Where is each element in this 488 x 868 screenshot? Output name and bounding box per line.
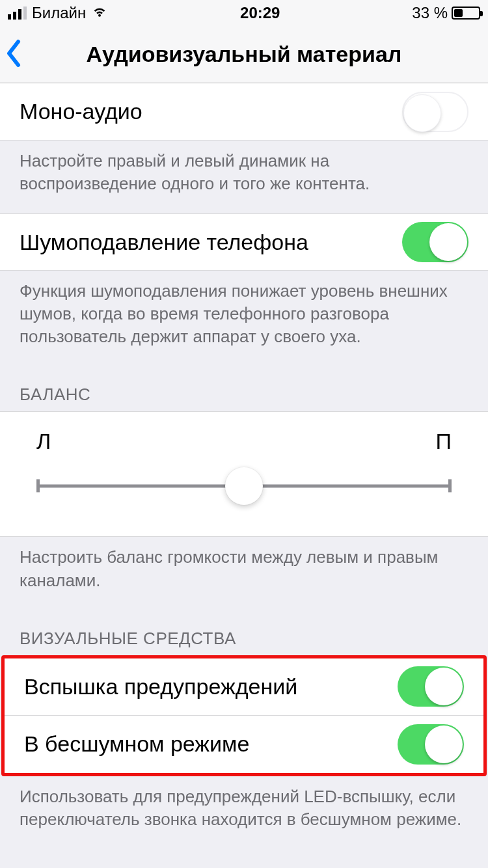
flash-alerts-label: Вспышка предупреждений [24,674,297,699]
balance-right-label: П [436,429,452,454]
back-button[interactable] [5,39,23,70]
noise-cancellation-label: Шумоподавление телефона [20,230,308,255]
nav-bar: Аудиовизуальный материал [0,26,488,83]
balance-slider-thumb[interactable] [225,467,263,505]
noise-cancellation-toggle[interactable] [402,222,468,262]
visual-footer: Использовать для предупреждений LED-вспы… [0,776,488,849]
flash-on-silent-label: В бесшумном режиме [24,731,249,757]
wifi-icon [91,3,108,23]
flash-alerts-row: Вспышка предупреждений [5,658,483,716]
mono-audio-row: Моно-аудио [0,83,488,141]
page-title: Аудиовизуальный материал [0,42,488,67]
carrier-label: Билайн [32,4,86,22]
flash-on-silent-toggle[interactable] [398,724,464,765]
status-time: 20:29 [240,4,280,22]
flash-alerts-toggle[interactable] [398,666,464,707]
balance-slider[interactable] [36,467,452,505]
visual-header: ВИЗУАЛЬНЫЕ СРЕДСТВА [0,610,488,655]
mono-audio-footer: Настройте правый и левый динамик на восп… [0,141,488,213]
flash-on-silent-row: В бесшумном режиме [5,716,483,773]
status-left: Билайн [8,3,108,23]
battery-icon [452,7,480,20]
balance-footer: Настроить баланс громкости между левым и… [0,537,488,610]
status-bar: Билайн 20:29 33 % [0,0,488,26]
battery-percent-label: 33 % [412,4,448,22]
status-right: 33 % [412,4,480,22]
cellular-signal-icon [8,7,27,20]
balance-header: БАЛАНС [0,366,488,411]
visual-highlight-group: Вспышка предупреждений В бесшумном режим… [1,655,487,776]
balance-left-label: Л [36,429,51,454]
balance-slider-cell: Л П [0,411,488,537]
mono-audio-toggle[interactable] [402,92,468,132]
noise-cancellation-row: Шумоподавление телефона [0,213,488,271]
noise-cancellation-footer: Функция шумоподавления понижает уровень … [0,271,488,366]
mono-audio-label: Моно-аудио [20,99,142,124]
